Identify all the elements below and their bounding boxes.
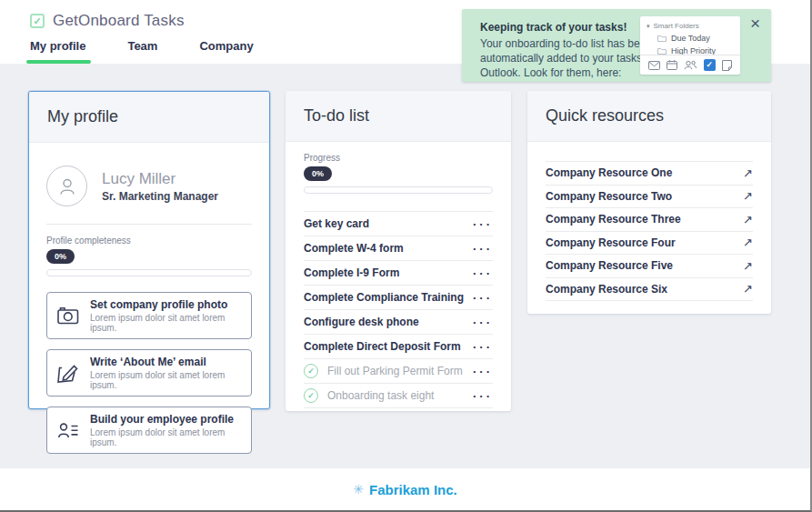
task-more-menu-icon[interactable]: ··· — [473, 390, 493, 402]
divider — [46, 224, 252, 225]
completeness-label: Profile completeness — [46, 236, 252, 246]
completeness-progress-bar — [46, 269, 252, 276]
tab-bar: My profileTeamCompany — [30, 39, 254, 64]
tab-team[interactable]: Team — [127, 39, 157, 64]
resources-card-title: Quick resources — [527, 91, 771, 142]
tab-my-profile[interactable]: My profile — [30, 39, 85, 64]
progress-label: Progress — [304, 153, 493, 163]
avatar — [46, 166, 87, 206]
build-employee-profile-button[interactable]: Build your employee profile Lorem ipsum … — [46, 407, 252, 454]
camera-icon — [57, 306, 82, 325]
resource-label: Company Resource Two — [546, 190, 672, 203]
app-title: GetOnboard Tasks — [53, 12, 185, 30]
task-more-menu-icon[interactable]: ··· — [473, 316, 493, 328]
tasks-icon: ✓ — [704, 59, 716, 71]
task-more-menu-icon[interactable]: ··· — [473, 267, 493, 279]
external-link-icon: ↗ — [743, 166, 753, 180]
folder-icon — [657, 47, 667, 55]
resource-link[interactable]: Company Resource Six↗ — [546, 278, 753, 302]
toast-title: Keeping track of your tasks! — [480, 21, 627, 34]
smart-folders-header: ▾ Smart Folders — [647, 22, 740, 30]
profile-actions: Set company profile photo Lorem ipsum do… — [46, 292, 252, 454]
my-profile-card: My profile Lucy Miller Sr. Marketing Man… — [28, 91, 270, 409]
todo-card-title: To-do list — [286, 91, 511, 142]
task-more-menu-icon[interactable]: ··· — [473, 243, 493, 255]
task-label: Fill out Parking Permit Form — [327, 365, 473, 377]
person-icon — [56, 176, 78, 197]
task-row: ✓Configure desk phone··· — [304, 310, 493, 335]
task-label: Onboarding task eight — [327, 389, 473, 402]
action-subtitle: Lorem ipsum dolor sit amet lorem ipsum. — [90, 427, 241, 447]
todo-list-card: To-do list Progress 0% ✓Get key card···✓… — [286, 91, 511, 411]
action-title: Write ‘About Me’ email — [90, 356, 241, 368]
task-row: ✓Complete Compliance Training··· — [304, 286, 493, 310]
action-title: Set company profile photo — [90, 298, 241, 311]
app-window: ✓ GetOnboard Tasks My profileTeamCompany… — [0, 0, 812, 512]
progress-badge: 0% — [304, 166, 332, 181]
close-icon[interactable]: × — [750, 14, 760, 34]
todo-progress-bar — [304, 186, 493, 194]
smart-folders-label: Smart Folders — [654, 22, 699, 30]
external-link-icon: ↗ — [743, 236, 753, 249]
outlook-toast: Keeping track of your tasks! Your onboar… — [462, 9, 771, 82]
task-done-check-icon: ✓ — [304, 388, 318, 403]
contact-card-icon — [57, 422, 82, 439]
external-link-icon: ↗ — [743, 259, 753, 273]
resource-label: Company Resource Four — [546, 236, 676, 249]
external-link-icon: ↗ — [743, 189, 753, 203]
task-label: Complete W-4 form — [304, 242, 473, 255]
task-more-menu-icon[interactable]: ··· — [473, 341, 493, 353]
toast-body: Your onboarding to-do list has been auto… — [480, 36, 657, 80]
task-row: ✓Fill out Parking Permit Form··· — [304, 359, 493, 384]
set-profile-photo-button[interactable]: Set company profile photo Lorem ipsum do… — [46, 292, 252, 339]
profile-card-title: My profile — [29, 92, 269, 143]
task-label: Get key card — [304, 217, 473, 230]
completeness-badge: 0% — [46, 249, 75, 264]
notes-icon — [722, 60, 732, 71]
logo-checkbox-icon: ✓ — [30, 14, 45, 28]
task-label: Complete I-9 Form — [304, 266, 473, 279]
person-name: Lucy Miller — [102, 170, 218, 188]
task-row: ✓Onboarding task eight··· — [304, 384, 493, 408]
fabrikam-mark-icon: ✳ — [353, 482, 364, 497]
resource-label: Company Resource Six — [546, 283, 667, 296]
action-subtitle: Lorem ipsum dolor sit amet lorem ipsum. — [90, 370, 241, 390]
write-about-me-button[interactable]: Write ‘About Me’ email Lorem ipsum dolor… — [46, 349, 252, 397]
resource-link[interactable]: Company Resource One↗ — [546, 162, 753, 186]
resource-link[interactable]: Company Resource Two↗ — [546, 186, 753, 209]
compose-icon — [57, 364, 82, 383]
quick-resources-card: Quick resources Company Resource One↗Com… — [527, 91, 771, 314]
task-label: Configure desk phone — [304, 316, 473, 328]
footer-brand: Fabrikam Inc. — [369, 482, 457, 497]
smart-folder-item: Due Today — [657, 34, 740, 43]
resource-link[interactable]: Company Resource Three↗ — [546, 208, 753, 232]
resource-link[interactable]: Company Resource Five↗ — [546, 255, 753, 278]
external-link-icon: ↗ — [743, 282, 753, 296]
resource-label: Company Resource One — [546, 166, 672, 179]
task-label: Complete Direct Deposit Form — [304, 340, 473, 353]
task-done-check-icon: ✓ — [304, 364, 318, 378]
collapse-triangle-icon: ▾ — [647, 23, 650, 29]
folder-icon — [657, 35, 667, 42]
task-row: ✓Get key card··· — [304, 212, 493, 236]
resource-label: Company Resource Three — [546, 213, 681, 226]
task-row: ✓Complete I-9 Form··· — [304, 261, 493, 286]
task-list: ✓Get key card···✓Complete W-4 form···✓Co… — [304, 211, 493, 408]
task-more-menu-icon[interactable]: ··· — [473, 366, 493, 377]
action-subtitle: Lorem ipsum dolor sit amet lorem ipsum. — [90, 313, 241, 333]
task-more-menu-icon[interactable]: ··· — [473, 292, 493, 304]
action-title: Build your employee profile — [90, 413, 241, 426]
external-link-icon: ↗ — [743, 213, 753, 226]
resource-list: Company Resource One↗Company Resource Tw… — [546, 161, 753, 301]
task-row: ✓Complete W-4 form··· — [304, 236, 493, 261]
task-more-menu-icon[interactable]: ··· — [473, 218, 493, 230]
tab-company[interactable]: Company — [199, 39, 253, 64]
resource-link[interactable]: Company Resource Four↗ — [546, 232, 753, 256]
people-icon — [684, 60, 697, 70]
app-logo: ✓ GetOnboard Tasks — [30, 12, 185, 30]
mail-icon — [648, 61, 660, 70]
calendar-icon — [667, 60, 677, 70]
task-label: Complete Compliance Training — [304, 291, 473, 304]
smart-folder-label: Due Today — [671, 34, 710, 43]
person-role: Sr. Marketing Manager — [102, 190, 218, 203]
